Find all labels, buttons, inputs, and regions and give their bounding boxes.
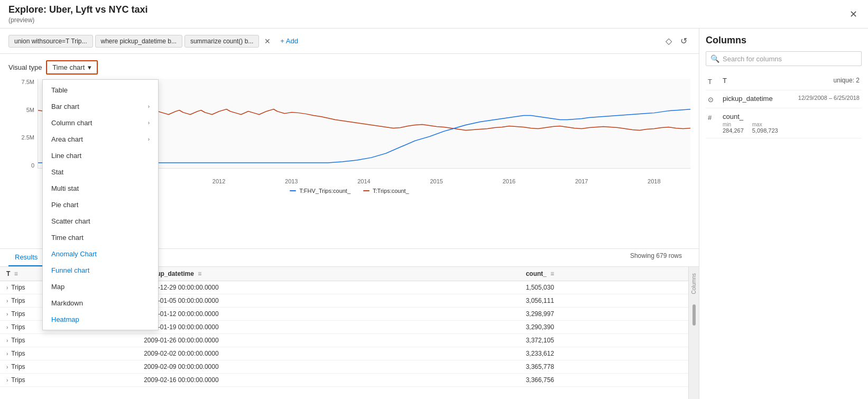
- dropdown-item-pie-chart[interactable]: Pie chart: [43, 197, 158, 213]
- visual-type-button[interactable]: Time chart ▾: [46, 60, 98, 75]
- col-type-datetime: ⊙: [708, 96, 718, 104]
- y-axis-5m: 5M: [26, 107, 34, 113]
- dropdown-item-time-chart[interactable]: Time chart: [43, 229, 158, 246]
- expand-icon-7[interactable]: ›: [6, 377, 8, 383]
- col-menu-T[interactable]: ≡: [14, 270, 18, 277]
- x-2015: 2015: [430, 178, 442, 184]
- query-pill-1[interactable]: union withsource=T Trip...: [8, 35, 93, 48]
- dropdown-item-bar-chart[interactable]: Bar chart ›: [43, 98, 158, 115]
- area-chart-chevron: ›: [148, 136, 150, 142]
- col-minmax-count: min 284,267 max 5,098,723: [723, 122, 860, 134]
- table-row: ›Trips2009-02-09 00:00:00.00003,365,778: [0, 360, 699, 374]
- legend-label-fhv: T:FHV_Trips:count_: [299, 188, 350, 194]
- showing-rows-text: Showing 679 rows: [622, 249, 690, 266]
- bar-chart-chevron: ›: [148, 104, 150, 109]
- dropdown-item-area-chart[interactable]: Area chart ›: [43, 131, 158, 147]
- right-panel: Columns 🔍 T T unique: 2 ⊙ pickup_datetim…: [699, 29, 868, 399]
- dropdown-item-map[interactable]: Map: [43, 279, 158, 295]
- legend-label-trips: T:Trips:count_: [373, 188, 409, 194]
- dropdown-item-markdown[interactable]: Markdown: [43, 295, 158, 311]
- scrollbar-area[interactable]: Columns: [688, 267, 699, 399]
- col-max-value: 5,098,723: [752, 127, 778, 134]
- expand-icon-6[interactable]: ›: [6, 364, 8, 370]
- query-pill-2[interactable]: where pickup_datetime b...: [95, 35, 182, 48]
- col-min-label: min: [723, 122, 744, 127]
- col-range-datetime: 12/29/2008 – 6/25/2018: [798, 95, 860, 101]
- col-menu-pickup-datetime[interactable]: ≡: [198, 270, 201, 277]
- column-chart-chevron: ›: [148, 120, 150, 126]
- legend-fhv: T:FHV_Trips:count_: [290, 188, 350, 194]
- title-bar: Explore: Uber, Lyft vs NYC taxi (preview…: [0, 0, 868, 29]
- chart-y-axis: 7.5M 5M 2.5M 0: [8, 79, 38, 169]
- expand-icon-1[interactable]: ›: [6, 298, 8, 304]
- search-input[interactable]: [723, 55, 857, 63]
- dropdown-item-multi-stat[interactable]: Multi stat: [43, 180, 158, 197]
- cell-T-6: ›Trips: [0, 360, 137, 374]
- x-2018: 2018: [648, 178, 660, 184]
- y-axis-0: 0: [31, 162, 34, 169]
- dropdown-item-table[interactable]: Table: [43, 82, 158, 98]
- expand-icon-0[interactable]: ›: [6, 285, 8, 291]
- query-pill-3[interactable]: summarize count() b...: [184, 35, 259, 48]
- visual-type-dropdown: Table Bar chart › Column chart › Area ch…: [42, 79, 159, 330]
- x-2017: 2017: [575, 178, 588, 184]
- col-menu-count[interactable]: ≡: [550, 270, 554, 277]
- cell-pickup-3: 2009-01-19 00:00:00.0000: [137, 321, 520, 334]
- cell-pickup-2: 2009-01-12 00:00:00.0000: [137, 308, 520, 321]
- title-section: Explore: Uber, Lyft vs NYC taxi (preview…: [8, 4, 147, 24]
- scrollbar-thumb[interactable]: [692, 304, 696, 326]
- visual-area: Visual type Time chart ▾ Table Bar chart…: [0, 54, 699, 399]
- cell-count-5: 3,233,612: [520, 347, 699, 360]
- dropdown-item-line-chart[interactable]: Line chart: [43, 147, 158, 164]
- dropdown-item-funnel-chart[interactable]: Funnel chart: [43, 262, 158, 279]
- cell-count-1: 3,056,111: [520, 294, 699, 308]
- table-row: ›Trips2009-02-16 00:00:00.00003,366,756: [0, 374, 699, 387]
- x-2016: 2016: [503, 178, 515, 184]
- col-unique-T: unique: 2: [834, 77, 860, 84]
- dropdown-item-column-chart[interactable]: Column chart ›: [43, 115, 158, 131]
- expand-icon-5[interactable]: ›: [6, 351, 8, 357]
- cell-count-7: 3,366,756: [520, 374, 699, 387]
- visual-type-chevron: ▾: [88, 63, 91, 71]
- cell-T-4: ›Trips: [0, 334, 137, 347]
- expand-icon-3[interactable]: ›: [6, 324, 8, 330]
- y-axis-75m: 7.5M: [22, 79, 34, 85]
- col-name-count: count_: [723, 113, 743, 120]
- legend-dot-trips: [363, 190, 370, 191]
- column-item-T: T T unique: 2: [706, 72, 862, 90]
- col-name-T: T: [723, 77, 829, 85]
- dropdown-item-heatmap[interactable]: Heatmap: [43, 311, 158, 328]
- x-2012: 2012: [213, 178, 225, 184]
- cell-T-5: ›Trips: [0, 347, 137, 360]
- cell-pickup-1: 2009-01-05 00:00:00.0000: [137, 294, 520, 308]
- columns-label: Columns: [691, 273, 697, 294]
- col-max-section: max 5,098,723: [752, 122, 778, 134]
- query-pill-close[interactable]: ✕: [261, 35, 274, 48]
- query-add-button[interactable]: + Add: [276, 35, 302, 47]
- main-container: Explore: Uber, Lyft vs NYC taxi (preview…: [0, 0, 868, 399]
- table-row: ›Trips2009-02-02 00:00:00.00003,233,612: [0, 347, 699, 360]
- search-icon: 🔍: [710, 54, 719, 63]
- dropdown-item-scatter-chart[interactable]: Scatter chart: [43, 213, 158, 229]
- col-info-T: unique: 2: [834, 77, 860, 84]
- column-item-count: # count_ min 284,267 max 5,098,723: [706, 108, 862, 138]
- cell-pickup-7: 2009-02-16 00:00:00.0000: [137, 374, 520, 387]
- cell-pickup-6: 2009-02-09 00:00:00.0000: [137, 360, 520, 374]
- expand-icon-2[interactable]: ›: [6, 311, 8, 317]
- col-header-count: count_ ≡: [520, 267, 699, 281]
- x-2013: 2013: [285, 178, 298, 184]
- bookmark-button[interactable]: ◇: [662, 34, 675, 48]
- cell-count-6: 3,365,778: [520, 360, 699, 374]
- refresh-button[interactable]: ↺: [677, 34, 690, 48]
- dropdown-item-stat[interactable]: Stat: [43, 164, 158, 180]
- expand-icon-4[interactable]: ›: [6, 338, 8, 344]
- close-button[interactable]: ✕: [847, 6, 860, 22]
- col-min-value: 284,267: [723, 127, 744, 134]
- cell-pickup-5: 2009-02-02 00:00:00.0000: [137, 347, 520, 360]
- dropdown-item-anomaly-chart[interactable]: Anomaly Chart: [43, 246, 158, 262]
- cell-count-0: 1,505,030: [520, 281, 699, 294]
- col-min-section: min 284,267: [723, 122, 744, 134]
- column-item-pickup-datetime: ⊙ pickup_datetime 12/29/2008 – 6/25/2018: [706, 90, 862, 108]
- tab-results[interactable]: Results: [8, 249, 44, 266]
- col-max-label: max: [752, 122, 778, 127]
